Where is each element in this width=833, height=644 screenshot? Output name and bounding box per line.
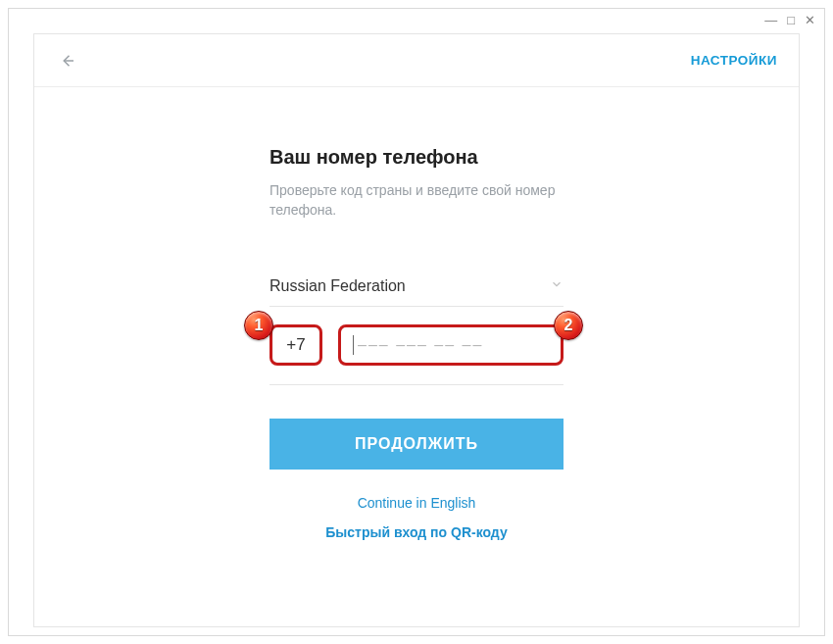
chevron-down-icon <box>550 277 564 295</box>
phone-number-input[interactable]: ––– ––– –– –– <box>338 324 564 366</box>
app-canvas: — □ ✕ НАСТРОЙКИ Ваш номер телефона Прове… <box>0 0 833 644</box>
page-subtitle: Проверьте код страны и введите свой номе… <box>270 180 564 221</box>
back-button[interactable] <box>56 49 79 73</box>
continue-english-link[interactable]: Continue in English <box>270 495 564 511</box>
text-cursor <box>353 335 354 355</box>
annotation-badge-2: 2 <box>554 311 583 340</box>
minimize-icon[interactable]: — <box>764 14 777 26</box>
window-controls: — □ ✕ <box>764 14 815 26</box>
annotation-badge-1: 1 <box>244 311 273 340</box>
login-form: Ваш номер телефона Проверьте код страны … <box>270 146 564 540</box>
country-selector[interactable]: Russian Federation <box>270 268 564 307</box>
qr-login-link[interactable]: Быстрый вход по QR-коду <box>270 524 564 540</box>
arrow-left-icon <box>59 52 76 70</box>
app-header: НАСТРОЙКИ <box>34 34 799 87</box>
settings-link[interactable]: НАСТРОЙКИ <box>691 53 777 68</box>
app-window: НАСТРОЙКИ Ваш номер телефона Проверьте к… <box>33 33 800 627</box>
page-title: Ваш номер телефона <box>270 146 564 169</box>
maximize-icon[interactable]: □ <box>787 14 795 26</box>
continue-button[interactable]: ПРОДОЛЖИТЬ <box>270 419 564 470</box>
country-name: Russian Federation <box>270 277 406 295</box>
phone-row: 1 +7 ––– ––– –– –– 2 <box>270 307 564 385</box>
dial-code-field[interactable]: +7 <box>270 324 322 366</box>
phone-placeholder: ––– ––– –– –– <box>358 336 483 354</box>
close-icon[interactable]: ✕ <box>805 14 815 26</box>
